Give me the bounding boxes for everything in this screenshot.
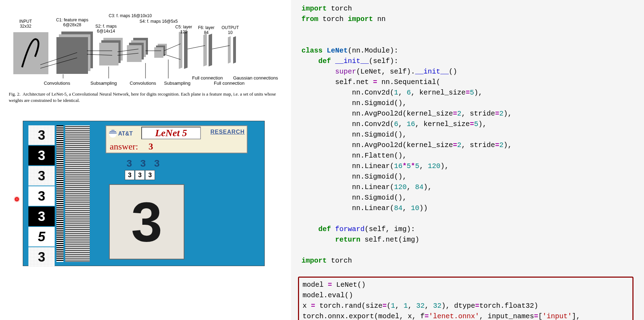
lenet-demo-panel: 3 3 3 3 3 5 3 AT&T LeNet 5 RESEARCH answ… xyxy=(23,121,265,266)
conv2-label: Convolutions xyxy=(130,81,156,86)
code-line: nn.Linear(84, 10)) xyxy=(301,203,633,214)
brand-text: AT&T xyxy=(118,131,133,137)
s4-label: S4: f. maps 16@5x5 xyxy=(140,19,178,24)
code-line: import torch xyxy=(301,4,633,14)
globe-icon xyxy=(109,130,117,138)
sub2-label: Subsampling xyxy=(164,81,190,86)
code-line: class LeNet(nn.Module): xyxy=(301,46,633,56)
code-line: x = torch.rand(size=(1, 1, 32, 32), dtyp… xyxy=(303,301,629,311)
code-line: nn.Linear(120, 84), xyxy=(301,182,633,193)
code-line: super(LeNet, self).__init__() xyxy=(301,67,633,77)
top-predictions: 3 3 3 xyxy=(127,158,162,169)
sample-digit: 5 xyxy=(28,227,55,246)
fc2-label: Full connection xyxy=(214,81,244,86)
output-label: OUTPUT10 xyxy=(222,25,239,35)
big-digit-display: 3 xyxy=(109,184,184,259)
architecture-diagram: INPUT32x32 C1: feature maps6@28x28 S2: f… xyxy=(7,11,287,88)
tiny-box: 3 xyxy=(125,170,135,180)
code-line: from torch import nn xyxy=(301,14,633,25)
tiny-prediction-boxes: 3 3 3 xyxy=(125,170,155,180)
code-line: model = LeNet() xyxy=(303,280,629,290)
c5-block xyxy=(179,31,182,69)
f6-block xyxy=(203,34,207,67)
research-label: RESEARCH xyxy=(210,129,245,135)
svg-line-9 xyxy=(188,46,205,49)
figure-caption: Fig. 2. Architecture of LeNet-5, a Convo… xyxy=(9,91,284,104)
code-line: nn.AvgPool2d(kernel_size=2, stride=2), xyxy=(301,109,633,119)
c3-label: C3: f. maps 16@10x10 xyxy=(109,13,152,18)
answer-line: answer:3 xyxy=(110,141,153,152)
code-line: nn.Flatten(), xyxy=(301,151,633,161)
feature-bars-2 xyxy=(65,125,90,262)
sub1-label: Subsampling xyxy=(90,81,117,86)
s2-label: S2: f. maps6@14x14 xyxy=(95,24,117,34)
sample-digit: 3 xyxy=(28,166,55,186)
code-line: self.net = nn.Sequential( xyxy=(301,77,633,88)
f6-label: F6: layer84 xyxy=(198,25,215,35)
fc1-label: Full connection xyxy=(192,75,223,81)
tiny-box: 3 xyxy=(135,170,145,180)
sample-digit: 3 xyxy=(28,207,55,226)
feature-bars-1 xyxy=(56,125,63,262)
code-line: def forward(self, img): xyxy=(301,224,633,235)
code-line: nn.Sigmoid(), xyxy=(301,193,633,203)
highlighted-code-block: model = LeNet() model.eval() x = torch.r… xyxy=(298,277,633,320)
code-line: nn.Conv2d(6, 16, kernel_size=5), xyxy=(301,119,633,130)
sample-digit: 3 xyxy=(28,186,55,206)
code-line: model.eval() xyxy=(303,290,629,301)
code-line: import torch xyxy=(301,256,633,266)
sample-digit: 3 xyxy=(28,146,55,165)
att-logo: AT&T xyxy=(109,128,139,139)
code-line: nn.Sigmoid(), xyxy=(301,172,633,182)
digit-samples-column: 3 3 3 3 3 5 3 xyxy=(28,125,55,267)
svg-line-10 xyxy=(212,46,230,49)
input-label: INPUT32x32 xyxy=(19,19,32,29)
code-line: nn.Sigmoid(), xyxy=(301,98,633,109)
sample-digit: 3 xyxy=(28,125,55,145)
code-line: return self.net(img) xyxy=(301,235,633,245)
code-panel: import torch from torch import nn class … xyxy=(291,0,644,320)
gauss-label: Gaussian connections xyxy=(233,75,278,81)
code-line: nn.Linear(16*5*5, 120), xyxy=(301,161,633,172)
demo-title-box: AT&T LeNet 5 RESEARCH answer:3 xyxy=(106,125,248,153)
tiny-box: 3 xyxy=(145,170,155,180)
code-line: torch.onnx.export(model, x, f='lenet.onn… xyxy=(303,311,629,320)
code-line: nn.Sigmoid(), xyxy=(301,130,633,140)
code-line: def __init__(self): xyxy=(301,56,633,67)
c5-label: C5: layer120 xyxy=(175,25,192,34)
conv1-label: Convolutions xyxy=(44,81,70,86)
code-line: nn.AvgPool2d(kernel_size=2, stride=2), xyxy=(301,140,633,151)
svg-line-8 xyxy=(164,54,181,60)
c1-label: C1: feature maps6@28x28 xyxy=(56,18,88,27)
code-line: nn.Conv2d(1, 6, kernel_size=5), xyxy=(301,88,633,98)
laser-pointer-icon xyxy=(15,197,19,201)
left-panel: INPUT32x32 C1: feature maps6@28x28 S2: f… xyxy=(0,0,291,320)
sample-digit: 3 xyxy=(28,247,55,267)
output-block xyxy=(228,36,231,64)
demo-title: LeNet 5 xyxy=(141,127,201,139)
letter-a-icon xyxy=(17,36,45,71)
